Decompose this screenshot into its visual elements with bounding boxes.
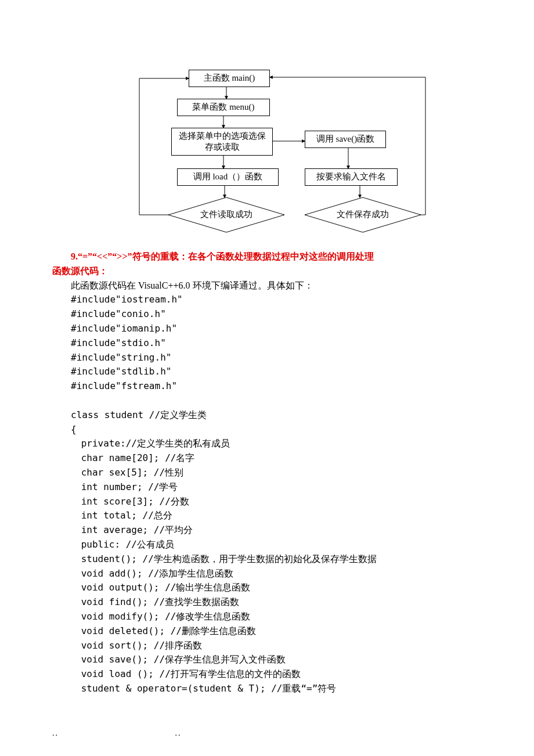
code-line: char name[20]; //名字: [52, 451, 482, 466]
code-line: #include"fstream.h": [52, 379, 482, 394]
flow-menu-label: 菜单函数 menu(): [192, 102, 254, 113]
code-line: #include"iostream.h": [52, 293, 482, 307]
section-heading-2: 函数源代码：: [52, 264, 482, 279]
code-line: void find(); //查找学生数据函数: [52, 595, 482, 610]
flow-menu: 菜单函数 menu(): [177, 99, 270, 116]
section-heading-1: 9.“=”“<<”“>>”符号的重载：在各个函数处理数据过程中对这些的调用处理: [52, 250, 482, 264]
code-line: void deleted(); //删除学生信息函数: [52, 624, 482, 639]
code-line: private://定义学生类的私有成员: [52, 437, 482, 451]
intro-text: 此函数源代码在 VisualC++6.0 环境下编译通过。具体如下：: [52, 279, 482, 293]
flow-save-call-label: 调用 save()函数: [316, 134, 374, 145]
code-line: [52, 394, 482, 408]
code-line: {: [52, 423, 482, 437]
flow-choose: 选择菜单中的选项选保存或读取: [171, 128, 273, 156]
code-block: #include"iostream.h" #include"conio.h" #…: [52, 293, 482, 696]
code-line: public: //公有成员: [52, 538, 482, 552]
flow-main: 主函数 main(): [189, 70, 270, 87]
flow-save-ok: 文件保存成功: [305, 197, 421, 232]
code-line: void modify(); //修改学生信息函数: [52, 610, 482, 624]
code-line: int score[3]; //分数: [52, 495, 482, 509]
footer-dots-left: ..: [52, 729, 59, 737]
code-line: void add(); //添加学生信息函数: [52, 567, 482, 581]
flow-choose-label: 选择菜单中的选项选保存或读取: [176, 131, 268, 153]
code-line: #include"stdlib.h": [52, 365, 482, 379]
code-line: int number; //学号: [52, 480, 482, 495]
flow-save-call: 调用 save()函数: [305, 131, 386, 148]
code-line: class student //定义学生类: [52, 408, 482, 423]
code-line: char sex[5]; //性别: [52, 466, 482, 480]
flow-load-call-label: 调用 load（）函数: [193, 171, 263, 183]
code-line: int average; //平均分: [52, 523, 482, 538]
flow-filename-label: 按要求输入文件名: [316, 171, 386, 183]
code-line: #include"iomanip.h": [52, 322, 482, 336]
code-line: void output(); //输出学生信息函数: [52, 581, 482, 595]
code-line: #include"stdio.h": [52, 336, 482, 351]
flow-filename: 按要求输入文件名: [305, 168, 398, 186]
page-footer: .. ..: [52, 727, 182, 740]
code-line: void sort(); //排序函数: [52, 639, 482, 653]
code-line: int total; //总分: [52, 509, 482, 523]
flow-read-ok-label: 文件读取成功: [200, 208, 252, 221]
footer-dots-right: ..: [175, 729, 182, 737]
code-line: #include"string.h": [52, 351, 482, 365]
flow-load-call: 调用 load（）函数: [177, 168, 279, 186]
code-line: #include"conio.h": [52, 307, 482, 322]
flowchart: 主函数 main() 菜单函数 menu() 选择菜单中的选项选保存或读取 调用…: [102, 58, 427, 238]
flow-main-label: 主函数 main(): [204, 73, 255, 84]
code-line: void load (); //打开写有学生信息的文件的函数: [52, 667, 482, 682]
code-line: student & operator=(student & T); //重载“=…: [52, 682, 482, 696]
code-line: student(); //学生构造函数，用于学生数据的初始化及保存学生数据: [52, 552, 482, 567]
flow-read-ok: 文件读取成功: [168, 197, 284, 232]
code-line: void save(); //保存学生信息并写入文件函数: [52, 653, 482, 667]
flow-save-ok-label: 文件保存成功: [337, 208, 389, 221]
